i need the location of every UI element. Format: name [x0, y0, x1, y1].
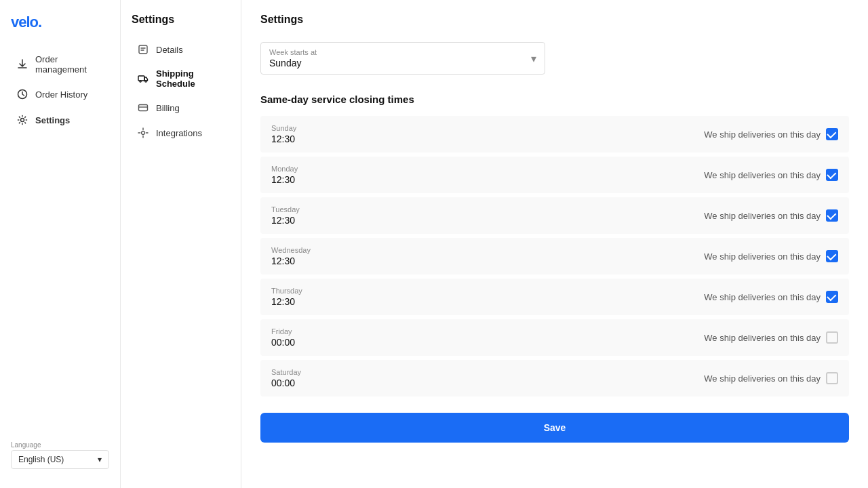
sidebar-item-order-management[interactable]: Order management [5, 48, 115, 81]
day-info: Wednesday 12:30 [271, 246, 332, 266]
week-starts-value: Sunday [269, 58, 536, 68]
day-row: Saturday 00:00 We ship deliveries on thi… [260, 360, 849, 396]
day-checkbox[interactable] [826, 331, 838, 344]
language-label: Language [11, 441, 109, 449]
clock-icon [16, 88, 28, 100]
day-checkbox-label: We ship deliveries on this day [704, 211, 821, 221]
settings-nav-item-label: Integrations [156, 128, 202, 138]
sidebar-item-label: Order History [35, 89, 87, 100]
settings-nav-billing[interactable]: Billing [126, 96, 235, 120]
day-checkbox[interactable] [826, 372, 838, 384]
sidebar: velo. Order management Order History Set… [0, 0, 121, 488]
sidebar-bottom: Language English (US) ▾ [0, 433, 120, 477]
day-name: Saturday [271, 368, 332, 376]
day-checkbox[interactable] [826, 209, 838, 222]
day-checkbox-area: We ship deliveries on this day [704, 250, 838, 262]
settings-nav-shipping-schedule[interactable]: Shipping Schedule [126, 62, 235, 95]
save-button[interactable]: Save [260, 413, 849, 443]
sidebar-item-order-history[interactable]: Order History [5, 82, 115, 106]
day-checkbox-area: We ship deliveries on this day [704, 331, 838, 344]
day-row: Friday 00:00 We ship deliveries on this … [260, 319, 849, 356]
logo: velo. [0, 11, 120, 47]
sidebar-item-settings[interactable]: Settings [5, 108, 115, 132]
day-name: Tuesday [271, 205, 332, 214]
language-value: English (US) [18, 455, 64, 464]
svg-point-7 [142, 131, 145, 135]
day-checkbox[interactable] [826, 291, 838, 303]
svg-point-5 [145, 81, 146, 82]
details-icon [137, 43, 149, 56]
day-checkbox-area: We ship deliveries on this day [704, 209, 838, 222]
settings-nav-integrations[interactable]: Integrations [126, 121, 235, 145]
settings-navigation: Settings Details Shipping Schedule [121, 0, 241, 488]
day-checkbox[interactable] [826, 128, 838, 140]
main-content: Settings Week starts at Sunday ▾ Same-da… [241, 0, 868, 488]
day-info: Friday 00:00 [271, 327, 332, 348]
day-info: Saturday 00:00 [271, 368, 332, 388]
day-checkbox[interactable] [826, 169, 838, 181]
day-checkbox-label: We ship deliveries on this day [704, 251, 821, 262]
chevron-down-icon: ▾ [531, 52, 536, 65]
day-checkbox-label: We ship deliveries on this day [704, 292, 821, 302]
svg-rect-6 [139, 105, 148, 111]
day-name: Sunday [271, 124, 332, 132]
day-name: Friday [271, 327, 332, 336]
day-info: Monday 12:30 [271, 165, 332, 185]
settings-nav-details[interactable]: Details [126, 37, 235, 62]
same-day-section: Same-day service closing times Sunday 12… [260, 94, 849, 396]
download-icon [16, 58, 28, 70]
day-checkbox-label: We ship deliveries on this day [704, 170, 821, 180]
same-day-title: Same-day service closing times [260, 94, 849, 105]
day-checkbox-label: We ship deliveries on this day [704, 129, 821, 140]
sidebar-item-label: Settings [35, 115, 70, 125]
day-row: Sunday 12:30 We ship deliveries on this … [260, 116, 849, 152]
settings-nav-item-label: Details [156, 45, 183, 55]
day-time: 12:30 [271, 256, 332, 266]
day-row: Thursday 12:30 We ship deliveries on thi… [260, 279, 849, 315]
day-checkbox[interactable] [826, 250, 838, 262]
svg-rect-3 [138, 76, 144, 81]
day-rows-container: Sunday 12:30 We ship deliveries on this … [260, 116, 849, 396]
card-icon [137, 102, 149, 114]
chevron-down-icon: ▾ [98, 455, 102, 464]
day-row: Wednesday 12:30 We ship deliveries on th… [260, 238, 849, 274]
svg-rect-2 [139, 45, 147, 54]
day-time: 12:30 [271, 215, 332, 226]
language-selector[interactable]: English (US) ▾ [11, 450, 109, 469]
day-time: 12:30 [271, 134, 332, 144]
sidebar-item-label: Order management [35, 54, 104, 75]
day-name: Wednesday [271, 246, 332, 254]
logo-text: velo. [11, 14, 41, 30]
settings-nav-item-label: Billing [156, 103, 180, 113]
truck-icon [137, 73, 149, 85]
settings-nav-item-label: Shipping Schedule [156, 68, 224, 89]
week-starts-section: Week starts at Sunday ▾ [260, 42, 849, 75]
day-checkbox-label: We ship deliveries on this day [704, 373, 821, 384]
gear-icon [16, 114, 28, 126]
day-time: 00:00 [271, 378, 332, 388]
integrations-icon [137, 127, 149, 139]
day-checkbox-area: We ship deliveries on this day [704, 169, 838, 181]
day-time: 12:30 [271, 296, 332, 307]
day-row: Tuesday 12:30 We ship deliveries on this… [260, 197, 849, 234]
day-checkbox-label: We ship deliveries on this day [704, 333, 821, 343]
day-name: Monday [271, 165, 332, 173]
day-checkbox-area: We ship deliveries on this day [704, 128, 838, 140]
day-name: Thursday [271, 287, 332, 295]
week-starts-label: Week starts at [269, 48, 536, 56]
page-title: Settings [260, 14, 849, 26]
day-info: Tuesday 12:30 [271, 205, 332, 226]
svg-point-1 [21, 119, 24, 122]
day-info: Sunday 12:30 [271, 124, 332, 144]
svg-point-4 [140, 81, 141, 82]
day-checkbox-area: We ship deliveries on this day [704, 291, 838, 303]
day-row: Monday 12:30 We ship deliveries on this … [260, 157, 849, 193]
day-time: 00:00 [271, 337, 332, 348]
week-starts-dropdown[interactable]: Week starts at Sunday ▾ [260, 42, 545, 75]
day-info: Thursday 12:30 [271, 287, 332, 307]
settings-nav-title: Settings [121, 14, 241, 37]
day-time: 12:30 [271, 174, 332, 185]
day-checkbox-area: We ship deliveries on this day [704, 372, 838, 384]
